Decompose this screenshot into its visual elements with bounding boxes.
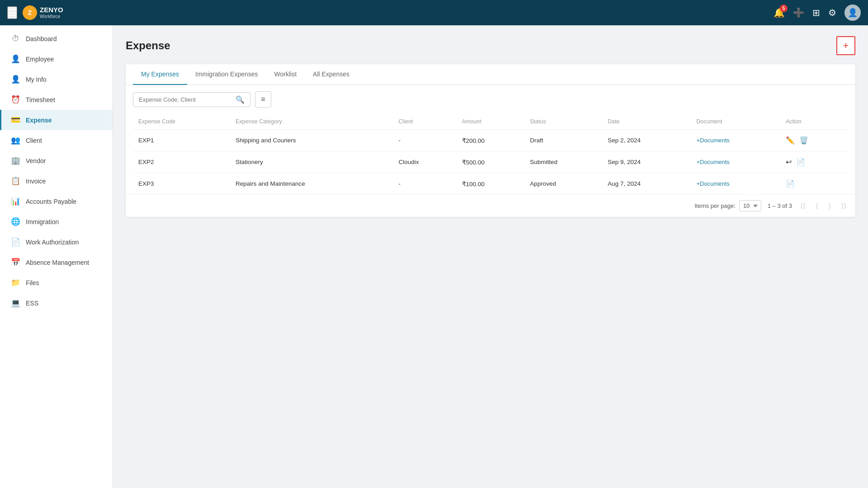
- myinfo-icon: 👤: [10, 75, 20, 84]
- col-status: Status: [524, 114, 602, 130]
- col-expense-code: Expense Code: [133, 114, 230, 130]
- main-content: Expense + My Expenses Immigration Expens…: [113, 25, 868, 488]
- tab-immigration-expenses[interactable]: Immigration Expenses: [187, 64, 266, 85]
- sidebar-item-timesheet[interactable]: ⏰ Timesheet: [0, 89, 113, 110]
- sidebar-item-label: Invoice: [26, 178, 46, 185]
- topnav-actions: 🔔 5 ➕ ⊞ ⚙ 👤: [774, 5, 861, 21]
- apps-grid-button[interactable]: ⊞: [812, 7, 820, 18]
- tab-all-expenses[interactable]: All Expenses: [305, 64, 358, 85]
- col-client: Client: [393, 114, 457, 130]
- expense-table: Expense Code Expense Category Client Amo…: [133, 114, 848, 194]
- sidebar-item-immigration[interactable]: 🌐 Immigration: [0, 211, 113, 232]
- user-avatar[interactable]: 👤: [844, 5, 861, 21]
- sidebar-item-label: Immigration: [26, 218, 59, 225]
- cell-client: -: [393, 173, 457, 195]
- sidebar-item-label: Expense: [26, 117, 52, 124]
- cell-date: Sep 9, 2024: [602, 151, 691, 173]
- sidebar-item-invoice[interactable]: 📋 Invoice: [0, 171, 113, 191]
- sidebar-item-dashboard[interactable]: ⏱ Dashboard: [0, 29, 113, 49]
- last-page-button[interactable]: ⟩⟩: [839, 201, 848, 211]
- add-expense-button[interactable]: +: [836, 36, 855, 55]
- col-amount: Amount: [457, 114, 525, 130]
- logo-text: ZENYOWorkforce: [40, 6, 63, 19]
- col-expense-category: Expense Category: [230, 114, 393, 130]
- sidebar-item-label: ESS: [26, 300, 38, 307]
- client-icon: 👥: [10, 136, 20, 145]
- first-page-button[interactable]: ⟨⟨: [798, 201, 807, 211]
- page-title: Expense: [126, 39, 170, 52]
- cell-date: Aug 7, 2024: [602, 173, 691, 195]
- cell-amount: ₹100.00: [457, 173, 525, 195]
- document-icon[interactable]: 📄: [796, 158, 805, 166]
- app-logo: Z ZENYOWorkforce: [23, 5, 63, 20]
- sidebar-item-ess[interactable]: 💻 ESS: [0, 293, 113, 313]
- sidebar-item-vendor[interactable]: 🏢 Vendor: [0, 150, 113, 171]
- sidebar-item-label: Accounts Payable: [26, 198, 76, 205]
- page-info: 1 – 3 of 3: [768, 202, 792, 209]
- document-icon[interactable]: 📄: [786, 179, 795, 188]
- next-page-button[interactable]: ⟩: [826, 201, 833, 211]
- filter-bar: 🔍 ≡: [126, 85, 855, 114]
- cell-code: EXP3: [133, 173, 230, 195]
- filter-icon: ≡: [261, 95, 265, 103]
- cell-action: 📄: [780, 173, 848, 195]
- table-row: EXP1 Shipping and Couriers - ₹200.00 Dra…: [133, 130, 848, 151]
- sidebar-item-label: Timesheet: [26, 96, 55, 103]
- notification-button[interactable]: 🔔 5: [774, 7, 785, 18]
- cell-amount: ₹200.00: [457, 130, 525, 151]
- employee-icon: 👤: [10, 54, 20, 64]
- filter-button[interactable]: ≡: [255, 91, 271, 108]
- expense-icon: 💳: [10, 115, 20, 125]
- sidebar-item-files[interactable]: 📁 Files: [0, 272, 113, 293]
- sidebar-item-myinfo[interactable]: 👤 My Info: [0, 69, 113, 89]
- per-page-select[interactable]: 10 25 50: [739, 200, 761, 211]
- dashboard-icon: ⏱: [10, 34, 20, 43]
- immigration-icon: 🌐: [10, 217, 20, 226]
- delete-icon[interactable]: 🗑️: [799, 136, 808, 145]
- sidebar-item-employee[interactable]: 👤 Employee: [0, 49, 113, 69]
- sidebar-item-label: Dashboard: [26, 35, 57, 42]
- sidebar: ⏱ Dashboard 👤 Employee 👤 My Info ⏰ Times…: [0, 25, 113, 488]
- col-date: Date: [602, 114, 691, 130]
- timesheet-icon: ⏰: [10, 95, 20, 104]
- cell-document[interactable]: +Documents: [691, 151, 780, 173]
- hamburger-menu[interactable]: ☰: [7, 6, 17, 19]
- cell-client: -: [393, 130, 457, 151]
- sidebar-item-work-authorization[interactable]: 📄 Work Authorization: [0, 232, 113, 252]
- revert-icon[interactable]: ↩: [786, 158, 792, 166]
- cell-status: Submitted: [524, 151, 602, 173]
- pagination: Items per page: 10 25 50 1 – 3 of 3 ⟨⟨ ⟨…: [126, 194, 855, 217]
- cell-code: EXP2: [133, 151, 230, 173]
- sidebar-item-client[interactable]: 👥 Client: [0, 130, 113, 150]
- cell-code: EXP1: [133, 130, 230, 151]
- topnav: ☰ Z ZENYOWorkforce 🔔 5 ➕ ⊞ ⚙ 👤: [0, 0, 868, 25]
- search-box: 🔍: [133, 92, 250, 107]
- sidebar-item-expense[interactable]: 💳 Expense: [0, 110, 113, 130]
- add-new-button[interactable]: ➕: [793, 7, 804, 18]
- search-input[interactable]: [139, 96, 232, 103]
- accounts-payable-icon: 📊: [10, 197, 20, 206]
- tab-my-expenses[interactable]: My Expenses: [133, 64, 187, 85]
- sidebar-item-label: Vendor: [26, 157, 46, 164]
- tab-worklist[interactable]: Worklist: [266, 64, 305, 85]
- cell-action: ↩📄: [780, 151, 848, 173]
- table-header-row: Expense Code Expense Category Client Amo…: [133, 114, 848, 130]
- cell-category: Shipping and Couriers: [230, 130, 393, 151]
- settings-button[interactable]: ⚙: [828, 7, 836, 18]
- sidebar-item-absence-management[interactable]: 📅 Absence Management: [0, 252, 113, 272]
- cell-document[interactable]: +Documents: [691, 130, 780, 151]
- edit-icon[interactable]: ✏️: [786, 136, 795, 145]
- cell-amount: ₹500.00: [457, 151, 525, 173]
- cell-category: Repairs and Maintenance: [230, 173, 393, 195]
- files-icon: 📁: [10, 278, 20, 287]
- sidebar-item-accounts-payable[interactable]: 📊 Accounts Payable: [0, 191, 113, 211]
- ess-icon: 💻: [10, 298, 20, 308]
- cell-document[interactable]: +Documents: [691, 173, 780, 195]
- cell-client: Cloudix: [393, 151, 457, 173]
- prev-page-button[interactable]: ⟨: [814, 201, 820, 211]
- items-per-page-label: Items per page:: [694, 202, 735, 209]
- tab-bar: My Expenses Immigration Expenses Worklis…: [126, 64, 855, 85]
- cell-action: ✏️🗑️: [780, 130, 848, 151]
- col-action: Action: [780, 114, 848, 130]
- sidebar-item-label: Work Authorization: [26, 239, 79, 246]
